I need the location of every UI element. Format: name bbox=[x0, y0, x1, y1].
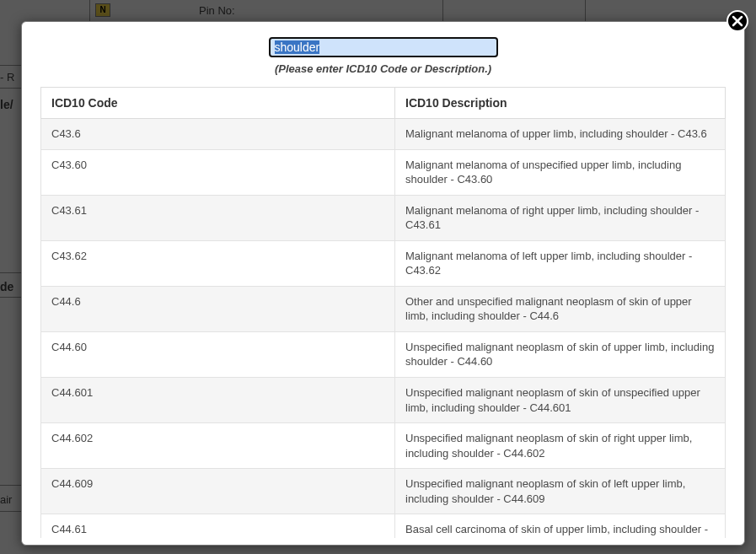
cell-code: C44.609 bbox=[41, 469, 395, 514]
cell-description: Malignant melanoma of upper limb, includ… bbox=[395, 119, 726, 150]
table-row[interactable]: C44.61Basal cell carcinoma of skin of up… bbox=[41, 514, 726, 538]
table-row[interactable]: C43.6Malignant melanoma of upper limb, i… bbox=[41, 119, 726, 150]
cell-description: Unspecified malignant neoplasm of skin o… bbox=[395, 469, 726, 514]
cell-description: Unspecified malignant neoplasm of skin o… bbox=[395, 423, 726, 469]
icd10-lookup-modal: (Please enter ICD10 Code or Description.… bbox=[21, 21, 745, 546]
close-x-icon bbox=[727, 10, 748, 32]
cell-code: C43.62 bbox=[41, 240, 395, 286]
search-row bbox=[40, 37, 726, 57]
search-hint: (Please enter ICD10 Code or Description.… bbox=[40, 62, 726, 75]
cell-description: Malignant melanoma of left upper limb, i… bbox=[395, 240, 726, 286]
table-row[interactable]: C44.60Unspecified malignant neoplasm of … bbox=[41, 331, 726, 377]
results-scroll-area[interactable]: ICD10 Code ICD10 Description C43.6Malign… bbox=[40, 87, 726, 538]
column-header-description[interactable]: ICD10 Description bbox=[395, 88, 726, 119]
icd10-search-input[interactable] bbox=[269, 37, 498, 57]
table-row[interactable]: C43.62Malignant melanoma of left upper l… bbox=[41, 240, 726, 286]
table-row[interactable]: C44.602Unspecified malignant neoplasm of… bbox=[41, 423, 726, 469]
cell-description: Basal cell carcinoma of skin of upper li… bbox=[395, 514, 726, 538]
cell-code: C43.61 bbox=[41, 195, 395, 240]
cell-code: C44.601 bbox=[41, 378, 395, 423]
cell-description: Malignant melanoma of unspecified upper … bbox=[395, 149, 726, 195]
cell-description: Unspecified malignant neoplasm of skin o… bbox=[395, 331, 726, 377]
table-row[interactable]: C44.6Other and unspecified malignant neo… bbox=[41, 286, 726, 331]
cell-code: C43.6 bbox=[41, 119, 395, 150]
table-row[interactable]: C43.60Malignant melanoma of unspecified … bbox=[41, 149, 726, 195]
table-row[interactable]: C43.61Malignant melanoma of right upper … bbox=[41, 195, 726, 240]
cell-description: Malignant melanoma of right upper limb, … bbox=[395, 195, 726, 240]
cell-code: C43.60 bbox=[41, 149, 395, 195]
table-row[interactable]: C44.601Unspecified malignant neoplasm of… bbox=[41, 378, 726, 423]
icd10-results-table: ICD10 Code ICD10 Description C43.6Malign… bbox=[40, 87, 726, 538]
cell-code: C44.602 bbox=[41, 423, 395, 469]
table-row[interactable]: C44.609Unspecified malignant neoplasm of… bbox=[41, 469, 726, 514]
cell-description: Other and unspecified malignant neoplasm… bbox=[395, 286, 726, 331]
cell-code: C44.6 bbox=[41, 286, 395, 331]
cell-code: C44.60 bbox=[41, 331, 395, 377]
cell-description: Unspecified malignant neoplasm of skin o… bbox=[395, 378, 726, 423]
close-button[interactable] bbox=[727, 10, 750, 34]
column-header-code[interactable]: ICD10 Code bbox=[41, 88, 395, 119]
cell-code: C44.61 bbox=[41, 514, 395, 538]
